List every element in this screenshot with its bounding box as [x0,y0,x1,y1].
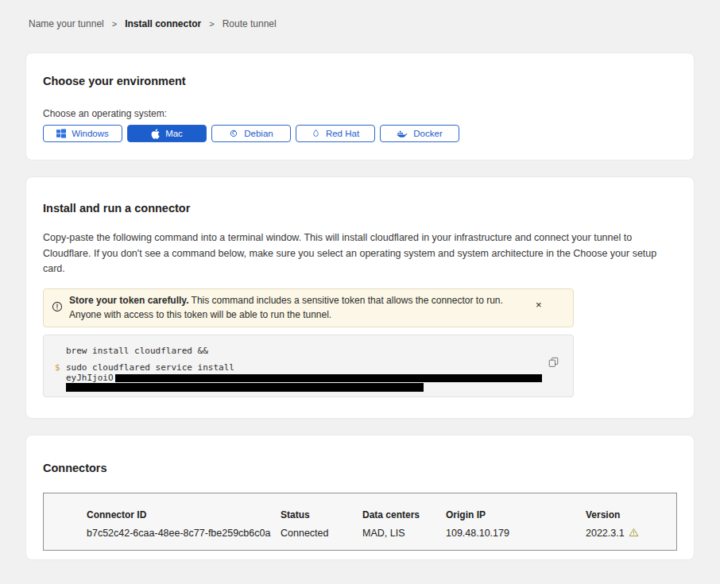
token-redaction-bar [66,383,424,392]
os-button-label: Mac [165,129,183,138]
column-header-status: Status [281,509,362,520]
os-button-label: Red Hat [326,129,359,138]
docker-icon [397,130,408,138]
shell-prompt: $ [55,362,66,383]
install-card-title: Install and run a connector [43,202,677,215]
breadcrumb: Name your tunnel > Install connector > R… [25,0,695,29]
status-badge: Connected [281,528,362,540]
breadcrumb-separator: > [209,19,214,29]
os-button-label: Windows [72,129,109,138]
token-warning-title: Store your token carefully. [69,295,189,306]
connectors-card-title: Connectors [43,462,677,474]
os-select-label: Choose an operating system: [43,108,677,119]
environment-card-title: Choose your environment [43,75,677,87]
breadcrumb-separator: > [112,19,117,29]
data-centers-value: MAD, LIS [362,528,446,540]
apple-icon [151,129,160,139]
copy-icon[interactable] [548,357,559,370]
breadcrumb-step-route-tunnel[interactable]: Route tunnel [223,18,277,29]
warning-triangle-icon [629,528,639,540]
os-button-debian[interactable]: Debian [211,125,291,142]
code-line-brew: brew install cloudflared && [44,346,573,356]
token-warning-banner: Store your token carefully. This command… [43,288,574,327]
token-redaction-bar [115,374,542,382]
bottom-strip [0,584,720,588]
os-button-windows[interactable]: Windows [43,125,122,142]
os-button-mac[interactable]: Mac [127,125,207,142]
table-row: b7c52c42-6caa-48ee-8c77-fbe259cb6c0a Con… [87,528,676,540]
install-description: Copy-paste the following command into a … [43,230,677,277]
token-warning-text: Store your token carefully. This command… [69,293,526,323]
token-prefix: eyJhIjoiO [66,373,114,383]
os-button-redhat[interactable]: Red Hat [296,125,375,142]
os-button-label: Docker [413,129,442,138]
column-header-version: Version [586,509,681,520]
connectors-table: Connector ID Status Data centers Origin … [43,493,677,551]
install-connector-card: Install and run a connector Copy-paste t… [25,176,695,419]
close-icon[interactable]: × [536,300,542,310]
page: Name your tunnel > Install connector > R… [0,0,720,588]
origin-ip-value: 109.48.10.179 [446,528,586,540]
code-line-service-install: sudo cloudflared service install [66,362,573,373]
os-button-docker[interactable]: Docker [380,125,459,142]
column-header-origin-ip: Origin IP [446,509,586,520]
version-value: 2022.3.1 [586,528,625,539]
breadcrumb-step-name-your-tunnel[interactable]: Name your tunnel [29,18,104,29]
choose-environment-card: Choose your environment Choose an operat… [25,52,695,161]
column-header-connector-id: Connector ID [87,509,281,520]
windows-icon [56,129,66,138]
breadcrumb-step-install-connector[interactable]: Install connector [125,18,201,29]
os-button-group: Windows Mac Debian [43,125,677,142]
debian-icon [229,129,238,138]
install-command-codeblock: brew install cloudflared && $ sudo cloud… [43,335,574,397]
os-button-label: Debian [244,129,273,138]
info-alert-icon [52,301,63,315]
column-header-data-centers: Data centers [362,509,446,520]
connectors-table-header: Connector ID Status Data centers Origin … [87,509,676,520]
connector-id-value: b7c52c42-6caa-48ee-8c77-fbe259cb6c0a [87,528,281,540]
connectors-card: Connectors Connector ID Status Data cent… [25,435,695,560]
redhat-icon [312,129,320,139]
